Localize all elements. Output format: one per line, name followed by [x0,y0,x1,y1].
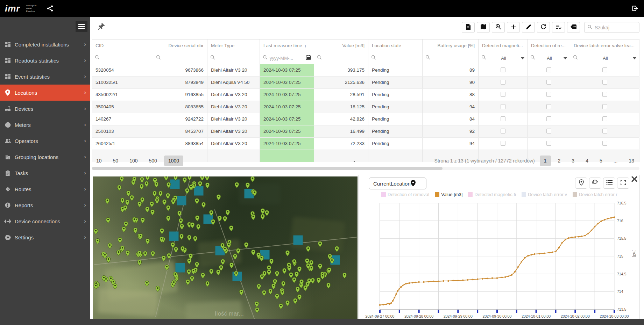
map-location-pin[interactable] [149,201,154,209]
cell-latch[interactable] [570,89,639,101]
det_mag-checkbox[interactable] [501,67,505,72]
map-location-pin[interactable] [223,216,227,223]
chart-location-button[interactable] [575,178,587,189]
map-location-pin[interactable] [293,298,297,305]
map-location-pin[interactable] [307,278,311,286]
det_re-checkbox[interactable] [546,92,551,97]
date-filter-placeholder[interactable]: yyyy-MM-... [270,56,293,61]
map-location-pin[interactable] [198,181,203,188]
filter-battery[interactable] [423,52,479,64]
map-location-pin[interactable] [105,198,110,205]
map-location-pin[interactable] [297,294,302,302]
filter-last[interactable]: yyyy-MM-... [260,52,314,64]
map-location-pin[interactable] [160,228,164,236]
map-location-pin[interactable] [282,268,286,275]
map-location-pin[interactable] [126,190,131,198]
map-location-pin[interactable] [119,176,124,183]
table-row[interactable]: 260425/18893854Diehl Altair V3 202024-10… [92,138,639,150]
map-location-pin[interactable] [123,205,128,212]
map-location-pin[interactable] [108,276,113,283]
cell-det_re[interactable] [528,125,570,137]
map-location-pin[interactable] [275,294,279,301]
page-size-500[interactable]: 500 [145,156,161,166]
filter-all-value[interactable]: All [580,56,631,61]
map-location-pin[interactable] [309,260,314,267]
cell-det_re[interactable] [528,138,570,150]
logout-icon[interactable] [631,5,638,13]
cell-det_mag[interactable] [479,64,528,76]
refresh-button[interactable] [537,22,550,33]
map-location-pin[interactable] [166,182,171,189]
filter-meter[interactable] [207,52,260,64]
map-location-pin[interactable] [190,276,194,283]
map-location-pin[interactable] [265,210,269,217]
map-location-pin[interactable] [251,250,255,257]
cell-latch[interactable] [570,113,639,125]
page-number-1[interactable]: 1 [540,156,551,166]
map-location-pin[interactable] [289,272,293,280]
latch-checkbox[interactable] [602,104,607,109]
map-location-pin[interactable] [262,290,266,297]
table-row[interactable]: 4350022/19163855Diehl Altair V3 202024-1… [92,89,639,101]
map-location-pin[interactable] [280,290,285,297]
map-location-pin[interactable] [187,269,191,276]
chart-rotate-button[interactable] [589,178,601,189]
map-location-pin[interactable] [271,283,276,291]
page-number-2[interactable]: 2 [554,156,565,166]
map-location-pin[interactable] [292,259,297,266]
map-location-pin[interactable] [191,268,196,276]
column-header-serial[interactable]: Device serial nbr [153,39,207,52]
search-box[interactable] [584,22,639,33]
map-location-pin[interactable] [154,182,159,189]
add-button[interactable] [507,22,520,33]
sidebar-item-devices[interactable]: Devices› [0,101,90,117]
page-number-13[interactable]: 13 [624,156,638,166]
edit-button[interactable] [522,22,535,33]
map-location-pin[interactable] [139,233,143,241]
map-location-pin[interactable] [165,265,169,272]
map-location-pin[interactable] [327,267,332,275]
cell-det_re[interactable] [528,89,570,101]
det_re-checkbox[interactable] [546,80,551,85]
tag-button[interactable] [567,22,580,33]
map-location-pin[interactable] [318,263,322,271]
map-location-pin[interactable] [104,277,108,284]
map-cluster-marker[interactable] [293,235,303,245]
cell-det_mag[interactable] [479,77,528,88]
map-location-pin[interactable] [285,250,290,258]
filter-det_re[interactable]: All [528,52,570,64]
cell-det_re[interactable] [528,113,570,125]
map-location-pin[interactable] [205,182,210,190]
value-line-chart[interactable]: 2024-09-27 00:002024-09-28 00:002024-09-… [359,193,639,319]
det_re-checkbox[interactable] [546,141,551,146]
map-location-pin[interactable] [93,229,98,236]
table-row[interactable]: 25001038453707Diehl Altair V3 202024-10-… [92,125,639,138]
det_mag-checkbox[interactable] [501,80,505,85]
search-input[interactable] [595,25,636,30]
map-location-pin[interactable] [250,176,255,183]
map-location-pin[interactable] [235,182,239,189]
map-location-pin[interactable] [113,283,118,291]
map-location-pin[interactable] [173,272,177,279]
map-cluster-marker[interactable] [169,232,178,241]
column-header-latch[interactable]: Device latch error valve lea... [570,39,639,52]
map-location-pin[interactable] [140,197,145,204]
column-header-meter[interactable]: Meter Type [207,39,260,52]
table-row[interactable]: 53200549673866Diehl Altair V3 202024-10-… [92,64,639,77]
map-location-pin[interactable] [120,198,125,205]
sidebar-item-locations[interactable]: Locations› [0,85,90,101]
map-location-pin[interactable] [261,214,265,221]
map-location-pin[interactable] [239,289,243,297]
sidebar-collapse-button[interactable] [76,21,87,32]
sidebar-item-operators[interactable]: Operators› [0,133,90,149]
map-cluster-marker[interactable] [177,196,186,205]
cell-det_mag[interactable] [479,138,528,150]
map-location-pin[interactable] [185,279,190,287]
map-location-pin[interactable] [95,238,100,246]
det_re-checkbox[interactable] [546,67,551,72]
det_re-checkbox[interactable] [546,116,551,121]
sidebar-item-readouts-statistics[interactable]: Readouts statistics› [0,52,90,68]
latch-checkbox[interactable] [602,141,607,146]
map-location-pin[interactable] [262,271,267,278]
sidebar-item-grouping-locations[interactable]: Grouping locations› [0,149,90,165]
